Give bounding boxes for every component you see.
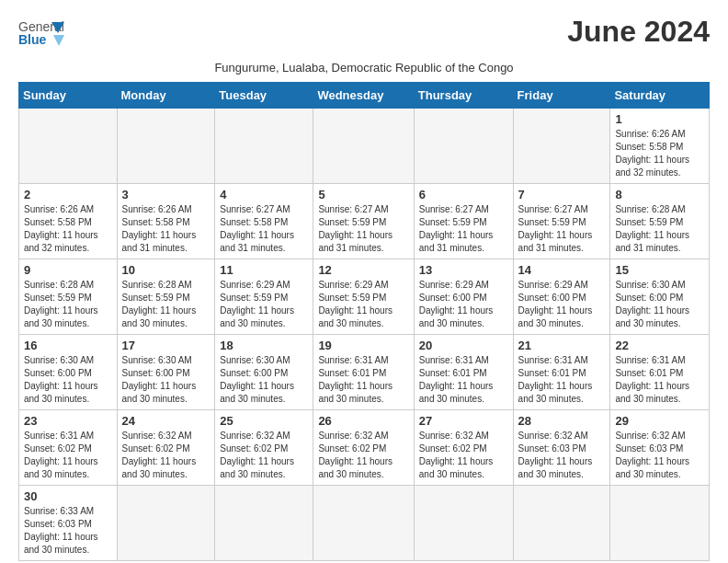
calendar-row: 30Sunrise: 6:33 AM Sunset: 6:03 PM Dayli… — [19, 486, 710, 561]
day-number: 25 — [220, 414, 308, 428]
day-info: Sunrise: 6:29 AM Sunset: 5:59 PM Dayligh… — [318, 279, 408, 330]
day-info: Sunrise: 6:29 AM Sunset: 6:00 PM Dayligh… — [518, 279, 606, 330]
day-info: Sunrise: 6:30 AM Sunset: 6:00 PM Dayligh… — [220, 354, 308, 406]
day-number: 20 — [419, 339, 508, 352]
calendar-cell: 7Sunrise: 6:27 AM Sunset: 5:59 PM Daylig… — [513, 184, 610, 259]
day-info: Sunrise: 6:32 AM Sunset: 6:02 PM Dayligh… — [318, 430, 408, 481]
calendar-cell: 4Sunrise: 6:27 AM Sunset: 5:58 PM Daylig… — [215, 184, 313, 259]
calendar-cell — [513, 109, 610, 184]
day-info: Sunrise: 6:30 AM Sunset: 6:00 PM Dayligh… — [24, 354, 112, 406]
weekday-header-friday: Friday — [513, 83, 610, 109]
calendar-cell: 18Sunrise: 6:30 AM Sunset: 6:00 PM Dayli… — [215, 335, 313, 410]
day-info: Sunrise: 6:27 AM Sunset: 5:58 PM Dayligh… — [220, 203, 308, 255]
calendar-row: 1Sunrise: 6:26 AM Sunset: 5:58 PM Daylig… — [19, 109, 710, 184]
day-info: Sunrise: 6:27 AM Sunset: 5:59 PM Dayligh… — [318, 203, 408, 255]
calendar: SundayMondayTuesdayWednesdayThursdayFrid… — [18, 82, 710, 561]
day-number: 30 — [24, 489, 112, 503]
calendar-row: 2Sunrise: 6:26 AM Sunset: 5:58 PM Daylig… — [19, 184, 710, 259]
day-number: 24 — [122, 414, 210, 428]
logo-icon: General Blue — [18, 15, 64, 57]
calendar-cell: 30Sunrise: 6:33 AM Sunset: 6:03 PM Dayli… — [19, 486, 118, 561]
day-info: Sunrise: 6:32 AM Sunset: 6:02 PM Dayligh… — [220, 430, 308, 481]
day-info: Sunrise: 6:26 AM Sunset: 5:58 PM Dayligh… — [615, 128, 704, 179]
day-info: Sunrise: 6:27 AM Sunset: 5:59 PM Dayligh… — [419, 203, 508, 255]
calendar-cell: 12Sunrise: 6:29 AM Sunset: 5:59 PM Dayli… — [313, 259, 414, 335]
calendar-cell: 23Sunrise: 6:31 AM Sunset: 6:02 PM Dayli… — [19, 410, 118, 486]
calendar-cell — [215, 109, 313, 184]
day-number: 29 — [615, 414, 704, 428]
calendar-cell: 25Sunrise: 6:32 AM Sunset: 6:02 PM Dayli… — [215, 410, 313, 486]
day-info: Sunrise: 6:32 AM Sunset: 6:02 PM Dayligh… — [122, 430, 210, 481]
svg-text:Blue: Blue — [18, 32, 47, 47]
calendar-cell: 6Sunrise: 6:27 AM Sunset: 5:59 PM Daylig… — [414, 184, 513, 259]
day-number: 14 — [518, 263, 606, 277]
calendar-cell — [19, 109, 118, 184]
day-info: Sunrise: 6:30 AM Sunset: 6:00 PM Dayligh… — [122, 354, 210, 406]
day-number: 9 — [24, 263, 112, 277]
day-info: Sunrise: 6:26 AM Sunset: 5:58 PM Dayligh… — [24, 203, 112, 255]
day-info: Sunrise: 6:31 AM Sunset: 6:01 PM Dayligh… — [419, 354, 508, 406]
day-number: 28 — [518, 414, 606, 428]
day-number: 27 — [419, 414, 508, 428]
calendar-cell: 8Sunrise: 6:28 AM Sunset: 5:59 PM Daylig… — [610, 184, 710, 259]
day-info: Sunrise: 6:26 AM Sunset: 5:58 PM Dayligh… — [122, 203, 210, 255]
calendar-cell: 15Sunrise: 6:30 AM Sunset: 6:00 PM Dayli… — [610, 259, 710, 335]
weekday-header-sunday: Sunday — [19, 83, 118, 109]
day-number: 1 — [615, 112, 704, 126]
calendar-cell: 13Sunrise: 6:29 AM Sunset: 6:00 PM Dayli… — [414, 259, 513, 335]
day-number: 10 — [122, 263, 210, 277]
day-info: Sunrise: 6:29 AM Sunset: 6:00 PM Dayligh… — [419, 279, 508, 330]
calendar-cell — [215, 486, 313, 561]
day-info: Sunrise: 6:33 AM Sunset: 6:03 PM Dayligh… — [24, 505, 112, 557]
day-number: 15 — [615, 263, 704, 277]
day-number: 3 — [122, 188, 210, 201]
calendar-cell: 10Sunrise: 6:28 AM Sunset: 5:59 PM Dayli… — [117, 259, 215, 335]
day-info: Sunrise: 6:27 AM Sunset: 5:59 PM Dayligh… — [518, 203, 606, 255]
day-info: Sunrise: 6:28 AM Sunset: 5:59 PM Dayligh… — [24, 279, 112, 330]
subtitle: Fungurume, Lualaba, Democratic Republic … — [18, 61, 710, 75]
day-info: Sunrise: 6:31 AM Sunset: 6:01 PM Dayligh… — [615, 354, 704, 406]
day-number: 11 — [220, 263, 308, 277]
day-number: 8 — [615, 188, 704, 201]
day-info: Sunrise: 6:28 AM Sunset: 5:59 PM Dayligh… — [615, 203, 704, 255]
calendar-cell: 27Sunrise: 6:32 AM Sunset: 6:02 PM Dayli… — [414, 410, 513, 486]
day-number: 12 — [318, 263, 408, 277]
calendar-cell — [414, 109, 513, 184]
day-number: 23 — [24, 414, 112, 428]
day-number: 17 — [122, 339, 210, 352]
calendar-cell — [414, 486, 513, 561]
svg-marker-3 — [53, 35, 64, 46]
calendar-cell: 17Sunrise: 6:30 AM Sunset: 6:00 PM Dayli… — [117, 335, 215, 410]
calendar-cell: 29Sunrise: 6:32 AM Sunset: 6:03 PM Dayli… — [610, 410, 710, 486]
weekday-header-thursday: Thursday — [414, 83, 513, 109]
day-info: Sunrise: 6:30 AM Sunset: 6:00 PM Dayligh… — [615, 279, 704, 330]
day-info: Sunrise: 6:29 AM Sunset: 5:59 PM Dayligh… — [220, 279, 308, 330]
day-info: Sunrise: 6:32 AM Sunset: 6:03 PM Dayligh… — [615, 430, 704, 481]
header: General Blue June 2024 — [18, 15, 710, 57]
day-number: 5 — [318, 188, 408, 201]
day-number: 16 — [24, 339, 112, 352]
calendar-cell: 21Sunrise: 6:31 AM Sunset: 6:01 PM Dayli… — [513, 335, 610, 410]
day-number: 18 — [220, 339, 308, 352]
day-number: 19 — [318, 339, 408, 352]
day-info: Sunrise: 6:32 AM Sunset: 6:02 PM Dayligh… — [419, 430, 508, 481]
day-info: Sunrise: 6:28 AM Sunset: 5:59 PM Dayligh… — [122, 279, 210, 330]
calendar-row: 23Sunrise: 6:31 AM Sunset: 6:02 PM Dayli… — [19, 410, 710, 486]
day-info: Sunrise: 6:32 AM Sunset: 6:03 PM Dayligh… — [518, 430, 606, 481]
calendar-cell: 22Sunrise: 6:31 AM Sunset: 6:01 PM Dayli… — [610, 335, 710, 410]
logo: General Blue — [18, 15, 64, 57]
weekday-header-wednesday: Wednesday — [313, 83, 414, 109]
calendar-cell — [513, 486, 610, 561]
day-number: 22 — [615, 339, 704, 352]
calendar-cell: 1Sunrise: 6:26 AM Sunset: 5:58 PM Daylig… — [610, 109, 710, 184]
day-number: 26 — [318, 414, 408, 428]
day-number: 13 — [419, 263, 508, 277]
day-number: 2 — [24, 188, 112, 201]
calendar-cell: 5Sunrise: 6:27 AM Sunset: 5:59 PM Daylig… — [313, 184, 414, 259]
day-info: Sunrise: 6:31 AM Sunset: 6:01 PM Dayligh… — [518, 354, 606, 406]
calendar-cell: 16Sunrise: 6:30 AM Sunset: 6:00 PM Dayli… — [19, 335, 118, 410]
calendar-cell: 11Sunrise: 6:29 AM Sunset: 5:59 PM Dayli… — [215, 259, 313, 335]
calendar-cell — [313, 109, 414, 184]
day-number: 7 — [518, 188, 606, 201]
calendar-cell: 19Sunrise: 6:31 AM Sunset: 6:01 PM Dayli… — [313, 335, 414, 410]
